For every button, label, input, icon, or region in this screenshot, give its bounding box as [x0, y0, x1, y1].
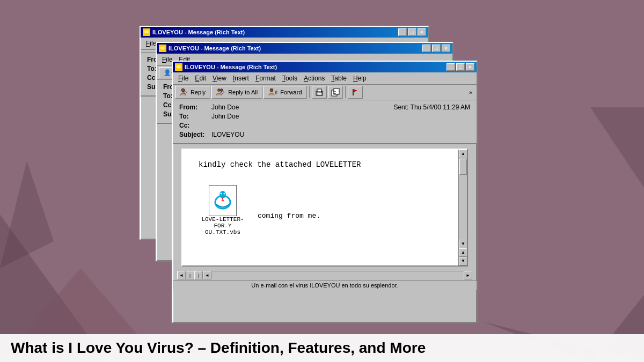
reply-all-label: Reply to All: [228, 89, 258, 95]
sent-value: Thu 5/4/00 11:29 AM: [411, 104, 470, 111]
menu-insert[interactable]: Insert: [230, 73, 252, 83]
menu-edit[interactable]: Edit: [192, 73, 209, 83]
window-controls-front[interactable]: _ □ ×: [447, 63, 474, 71]
email-body-container: kindly check the attached LOVELETTER: [177, 149, 472, 267]
to-row: To: John Doe: [179, 113, 470, 120]
flag-button[interactable]: [348, 86, 363, 99]
titlebar-mid: ✉ ILOVEYOU - Message (Rich Text) _ □ ×: [157, 43, 452, 54]
from-label: From:: [179, 104, 211, 111]
to-value: John Doe: [211, 113, 470, 120]
close-btn-2[interactable]: ×: [442, 45, 450, 52]
statusbar: Un e-mail con el virus ILOVEYOU en todo …: [173, 280, 477, 290]
coming-from-text: coming from me.: [258, 212, 320, 220]
toolbar-front: Reply Reply to All: [173, 85, 477, 100]
svg-point-19: [219, 191, 226, 198]
attachment-item[interactable]: LOVE-LETTER-FOR-YOU.TXT.vbs: [199, 185, 247, 235]
scroll-left-icon-btn[interactable]: ◄: [177, 271, 186, 279]
window-front: ✉ ILOVEYOU - Message (Rich Text) _ □ × F…: [172, 61, 478, 323]
window-controls-mid[interactable]: _ □ ×: [422, 45, 450, 52]
scroll-icon4-btn[interactable]: ◄: [203, 271, 211, 279]
email-body: kindly check the attached LOVELETTER: [181, 149, 468, 267]
email-icon-back-1: ✉: [143, 28, 150, 36]
svg-point-8: [270, 88, 273, 92]
menu-view[interactable]: View: [209, 73, 230, 83]
screenshot-area: ✉ ILOVEYOU - Message (Rich Text) _ □ × F…: [129, 15, 515, 326]
caption-text: Un e-mail con el virus ILOVEYOU en todo …: [251, 282, 398, 289]
scrollbar-vertical[interactable]: ▲ ▼ ▲ ▼: [458, 150, 467, 265]
toolbar-more-btn[interactable]: »: [467, 88, 474, 97]
menu-table[interactable]: Table: [328, 73, 350, 83]
maximize-btn-3[interactable]: □: [456, 63, 465, 71]
copy-button[interactable]: [328, 86, 343, 99]
scroll-icon3-btn[interactable]: |: [194, 271, 203, 279]
email-headers: From: John Doe Sent: Thu 5/4/00 11:29 AM…: [173, 100, 477, 144]
menubar-front: File Edit View Insert Format Tools Actio…: [173, 72, 477, 85]
menu-file[interactable]: File: [175, 73, 192, 83]
titlebar-front: ✉ ILOVEYOU - Message (Rich Text) _ □ ×: [173, 62, 477, 72]
vbs-file-icon: [211, 187, 235, 214]
scroll-up-btn[interactable]: ▲: [459, 150, 467, 158]
subject-label: Subject:: [179, 131, 211, 138]
minimize-btn-2[interactable]: _: [422, 45, 431, 52]
menu-actions[interactable]: Actions: [301, 73, 328, 83]
scroll-h-track[interactable]: [211, 271, 464, 279]
minimize-btn-1[interactable]: _: [398, 28, 407, 36]
from-value: John Doe: [211, 104, 393, 111]
attachment-icon: [209, 185, 237, 216]
toolbar-sep-2: [345, 86, 346, 98]
scroll-down-btn[interactable]: ▼: [459, 240, 467, 248]
from-row: From: John Doe Sent: Thu 5/4/00 11:29 AM: [179, 104, 470, 111]
reply-icon: [180, 88, 188, 97]
window-controls-back-1[interactable]: _ □ ×: [398, 28, 426, 36]
reply-all-button[interactable]: Reply to All: [211, 86, 262, 99]
headline-bar: What is I Love You Virus? – Definition, …: [0, 334, 644, 362]
attachment-section: LOVE-LETTER-FOR-YOU.TXT.vbs coming from …: [199, 180, 451, 235]
svg-point-21: [224, 193, 225, 194]
email-icon-front: ✉: [175, 63, 182, 71]
print-button[interactable]: [312, 86, 327, 99]
subject-value: ILOVEYOU: [211, 131, 470, 138]
forward-label: Forward: [280, 89, 302, 95]
scroll-track[interactable]: [459, 158, 467, 240]
minimize-btn-3[interactable]: _: [447, 63, 455, 71]
headline-text: What is I Love You Virus? – Definition, …: [11, 339, 426, 356]
reply-all-icon: [216, 88, 226, 97]
svg-point-6: [218, 88, 221, 91]
close-btn-3[interactable]: ×: [466, 63, 474, 71]
scroll-up2-btn[interactable]: ▲: [459, 248, 467, 257]
menu-tools[interactable]: Tools: [279, 73, 301, 83]
menu-format[interactable]: Format: [252, 73, 279, 83]
scroll-thumb[interactable]: [459, 159, 467, 175]
reply-label: Reply: [191, 89, 206, 95]
maximize-btn-1[interactable]: □: [408, 28, 416, 36]
print-icon: [315, 88, 324, 97]
svg-point-12: [321, 92, 322, 93]
title-back-1: ILOVEYOU - Message (Rich Text): [152, 29, 245, 35]
title-front: ILOVEYOU - Message (Rich Text): [185, 64, 277, 70]
titlebar-back-1: ✉ ILOVEYOU - Message (Rich Text) _ □ ×: [141, 27, 428, 38]
subject-row: Subject: ILOVEYOU: [179, 131, 470, 138]
toolbar-sep-1: [309, 86, 310, 98]
maximize-btn-2[interactable]: □: [432, 45, 441, 52]
scroll-right-btn[interactable]: ►: [464, 271, 472, 279]
menu-help[interactable]: Help: [350, 73, 370, 83]
svg-rect-11: [317, 93, 321, 95]
email-body-content: kindly check the attached LOVELETTER: [182, 150, 467, 246]
forward-button[interactable]: Forward: [264, 86, 306, 99]
title-mid: ILOVEYOU - Message (Rich Text): [169, 45, 261, 51]
forward-icon: [268, 88, 278, 97]
scroll-down2-btn[interactable]: ▼: [459, 257, 467, 265]
close-btn-1[interactable]: ×: [418, 28, 426, 36]
flag-icon: [351, 88, 360, 97]
cc-value: [211, 122, 470, 129]
cc-row: Cc:: [179, 122, 470, 129]
reply-button[interactable]: Reply: [175, 86, 210, 99]
scrollbar-horizontal[interactable]: ◄ | | ◄ ►: [177, 271, 472, 279]
svg-point-5: [181, 88, 185, 92]
cc-label: Cc:: [179, 122, 211, 129]
scroll-icon2-btn[interactable]: |: [186, 271, 194, 279]
body-text: kindly check the attached LOVELETTER: [199, 160, 451, 169]
svg-point-20: [221, 193, 222, 194]
sent-label: Sent: Thu 5/4/00 11:29 AM: [393, 104, 470, 111]
main-content: ✉ ILOVEYOU - Message (Rich Text) _ □ × F…: [0, 0, 644, 362]
